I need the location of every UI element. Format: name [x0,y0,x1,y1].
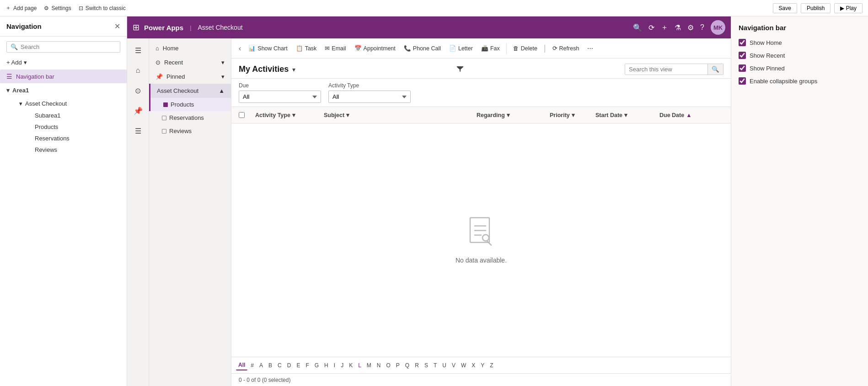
task-button[interactable]: 📋 Task [292,43,321,54]
sidebar-bookmark-btn[interactable]: ☰ [130,123,146,139]
alpha-btn-y[interactable]: Y [478,361,487,370]
alpha-btn-n[interactable]: N [375,361,383,370]
alpha-btn-e[interactable]: E [294,361,302,370]
alpha-btn-z[interactable]: Z [488,361,495,370]
phone-call-button[interactable]: 📞 Phone Call [400,43,445,54]
play-button[interactable]: ▶ Play [834,3,863,13]
reservations-left-item[interactable]: Reservations [16,133,127,144]
show-home-checkbox[interactable] [739,39,746,46]
col-activity-type-header[interactable]: Activity Type ▾ [255,112,324,118]
asset-checkout-nav-item[interactable]: Asset Checkout ▲ [149,84,231,98]
app-name: Asset Checkout [198,24,243,31]
delete-button[interactable]: 🗑 Delete [509,43,541,54]
col-due-date-header[interactable]: Due Date ▲ [659,112,723,118]
products-nav-item[interactable]: Products [149,98,231,111]
reservations-nav-item[interactable]: Reservations [149,111,231,124]
due-filter-select[interactable]: All [239,91,321,103]
show-recent-option[interactable]: Show Recent [739,52,861,59]
alpha-btn-c[interactable]: C [275,361,284,370]
view-chevron-icon[interactable]: ▾ [292,66,295,73]
alpha-btn-v[interactable]: V [450,361,458,370]
alpha-btn-k[interactable]: K [347,361,355,370]
alpha-btn-s[interactable]: S [422,361,430,370]
alpha-btn-o[interactable]: O [384,361,393,370]
col-priority-header[interactable]: Priority ▾ [550,112,595,118]
show-recent-checkbox[interactable] [739,52,746,59]
sidebar-recent-btn[interactable]: ⊙ [130,82,146,99]
area1-section[interactable]: ▾ Area1 [0,83,127,97]
more-button[interactable]: ⋯ [584,43,597,54]
alpha-btn-p[interactable]: P [394,361,402,370]
letter-button[interactable]: 📄 Letter [445,43,477,54]
add-button[interactable]: + Add ▾ [6,59,120,66]
refresh-button[interactable]: ⟳ Refresh [549,43,583,54]
table-check-all[interactable] [239,112,255,118]
col-subject-header[interactable]: Subject ▾ [324,112,477,118]
nav-bar-item[interactable]: ☰ Navigation bar [0,70,127,83]
sidebar-pin-btn[interactable]: 📌 [130,102,146,119]
view-filter-button[interactable] [454,63,466,75]
alpha-btn-l[interactable]: L [356,361,364,370]
activity-type-filter-select[interactable]: All [328,91,411,103]
subarea1-item[interactable]: Subarea1 [16,110,127,121]
reviews-left-item[interactable]: Reviews [16,144,127,155]
switch-classic-button[interactable]: ⊡ Switch to classic [79,5,126,11]
alpha-btn-r[interactable]: R [413,361,421,370]
alpha-btn-h[interactable]: H [322,361,331,370]
pinned-nav-item[interactable]: 📌 Pinned ▾ [149,70,231,84]
plus-header-icon[interactable]: ＋ [661,23,668,32]
top-bar: ＋ Add page ⚙ Settings ⊡ Switch to classi… [0,0,868,16]
close-left-panel-button[interactable]: ✕ [114,22,120,31]
show-pinned-checkbox[interactable] [739,64,746,72]
search-input[interactable] [21,43,116,50]
settings-header-icon[interactable]: ⚙ [687,23,694,32]
enable-collapsible-checkbox[interactable] [739,77,746,85]
alpha-btn-all[interactable]: All [236,360,247,370]
alpha-btn-a[interactable]: A [257,361,265,370]
alpha-btn-t[interactable]: T [431,361,439,370]
show-pinned-option[interactable]: Show Pinned [739,64,861,72]
help-header-icon[interactable]: ? [700,23,704,32]
filter-header-icon[interactable]: ⚗ [675,23,681,32]
col-start-date-header[interactable]: Start Date ▾ [595,112,659,118]
enable-collapsible-option[interactable]: Enable collapsible groups [739,77,861,85]
search-header-icon[interactable]: 🔍 [633,23,642,32]
alpha-btn-x[interactable]: X [469,361,477,370]
circle-arrow-icon[interactable]: ⟳ [648,23,654,32]
settings-button[interactable]: ⚙ Settings [44,5,71,11]
alpha-btn-g[interactable]: G [312,361,321,370]
products-left-item[interactable]: Products [16,121,127,133]
publish-button[interactable]: Publish [801,3,830,13]
show-chart-button[interactable]: 📊 Show Chart [245,43,291,54]
alpha-btn-q[interactable]: Q [403,361,412,370]
alpha-btn-w[interactable]: W [459,361,468,370]
appointment-button[interactable]: 📅 Appointment [351,43,399,54]
back-button[interactable]: ‹ [236,43,244,54]
add-page-button[interactable]: ＋ Add page [5,4,37,12]
alpha-btn-d[interactable]: D [285,361,294,370]
reviews-nav-item[interactable]: Reviews [149,124,231,138]
grid-icon[interactable]: ⊞ [133,22,139,32]
avatar[interactable]: MK [711,20,725,35]
view-search-input[interactable] [625,64,707,75]
save-button[interactable]: Save [773,3,797,13]
recent-nav-item[interactable]: ⊙ Recent ▾ [149,55,231,70]
sidebar-hamburger-btn[interactable]: ☰ [130,42,146,59]
alpha-btn-m[interactable]: M [364,361,374,370]
empty-text: No data available. [455,257,507,264]
alpha-btn-j[interactable]: J [338,361,346,370]
sidebar-home-btn[interactable]: ⌂ [130,62,146,79]
select-all-checkbox[interactable] [239,112,245,118]
alpha-btn-f[interactable]: F [303,361,311,370]
show-home-option[interactable]: Show Home [739,39,861,46]
alpha-btn-i[interactable]: I [332,361,338,370]
alpha-btn-#[interactable]: # [248,361,256,370]
home-nav-item[interactable]: ⌂ Home [149,41,231,55]
alpha-btn-b[interactable]: B [266,361,274,370]
view-search-button[interactable]: 🔍 [707,64,723,75]
asset-checkout-item[interactable]: ▾ Asset Checkout [6,97,127,110]
fax-button[interactable]: 📠 Fax [477,43,504,54]
email-button[interactable]: ✉ Email [321,43,349,54]
alpha-btn-u[interactable]: U [440,361,449,370]
col-regarding-header[interactable]: Regarding ▾ [477,112,550,118]
